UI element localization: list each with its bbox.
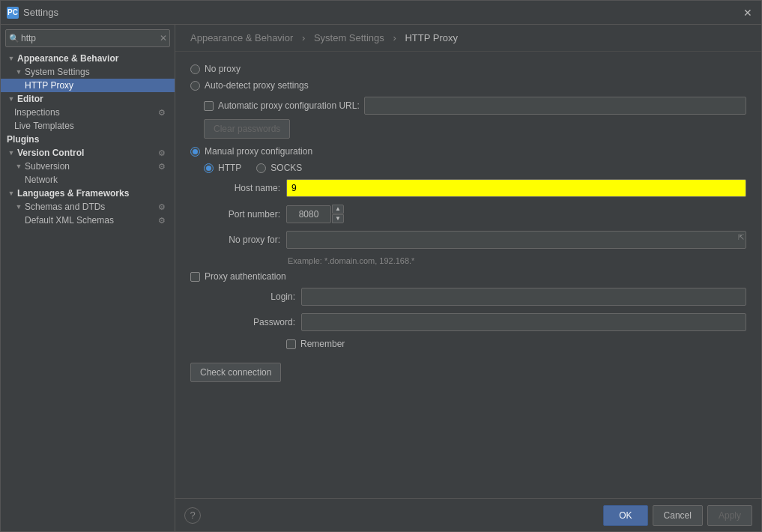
spinner-buttons: ▲ ▼ [332, 205, 344, 223]
sidebar-item-appearance-behavior[interactable]: ▼ Appearance & Behavior [1, 52, 175, 65]
breadcrumb-part-2: System Settings [314, 32, 384, 43]
no-proxy-for-label: No proxy for: [190, 235, 280, 245]
arrow-icon: ▼ [7, 94, 16, 103]
sidebar-item-editor[interactable]: ▼ Editor [1, 92, 175, 106]
check-connection-button[interactable]: Check connection [190, 363, 281, 382]
no-proxy-for-row: No proxy for: ⇱ [190, 231, 746, 249]
sidebar-tree: ▼ Appearance & Behavior ▼ System Setting… [1, 50, 175, 531]
socks-option[interactable]: SOCKS [256, 163, 302, 173]
search-input[interactable] [5, 29, 170, 47]
help-button[interactable]: ? [184, 507, 201, 524]
settings-icon: ⚙ [158, 161, 169, 172]
sidebar-item-label: Live Templates [14, 121, 74, 131]
sidebar-item-languages-frameworks[interactable]: ▼ Languages & Frameworks [1, 187, 175, 200]
app-icon: PC [7, 7, 19, 19]
settings-icon: ⚙ [158, 107, 169, 118]
arrow-icon: ▼ [7, 54, 16, 63]
sidebar-item-label: HTTP Proxy [25, 80, 73, 91]
sidebar-item-label: Inspections [14, 107, 60, 118]
sidebar-item-system-settings[interactable]: ▼ System Settings [1, 65, 175, 79]
host-name-input[interactable] [286, 179, 746, 197]
ok-button[interactable]: OK [603, 505, 647, 526]
search-clear-button[interactable]: ✕ [160, 33, 167, 43]
arrow-icon: ▼ [7, 189, 16, 198]
sidebar-item-label: Schemas and DTDs [25, 202, 105, 212]
auth-fields: Login: Password: Remember [205, 288, 746, 349]
port-decrement-button[interactable]: ▼ [332, 214, 344, 223]
login-label: Login: [205, 291, 295, 302]
manual-proxy-label[interactable]: Manual proxy configuration [205, 146, 312, 157]
remember-label[interactable]: Remember [300, 339, 345, 349]
sidebar-item-label: Default XML Schemas [25, 215, 114, 226]
sidebar-item-network[interactable]: Network [1, 173, 175, 187]
arrow-icon: ▼ [14, 162, 23, 171]
proxy-auth-section: Proxy authentication Login: Password: [190, 271, 746, 349]
clear-passwords-row: Clear passwords [204, 119, 746, 139]
login-input[interactable] [301, 288, 746, 306]
sidebar-item-label: System Settings [25, 67, 90, 77]
sidebar-item-default-xml-schemas[interactable]: Default XML Schemas ⚙ [1, 214, 175, 227]
no-proxy-for-area: ⇱ [286, 231, 746, 249]
proxy-auth-option: Proxy authentication [190, 271, 746, 282]
arrow-icon: ▼ [7, 148, 16, 157]
http-option[interactable]: HTTP [204, 163, 241, 173]
settings-icon: ⚙ [158, 202, 169, 212]
search-icon: 🔍 [9, 34, 19, 43]
http-radio[interactable] [204, 163, 214, 173]
expand-icon[interactable]: ⇱ [738, 233, 744, 241]
manual-proxy-radio[interactable] [190, 147, 200, 157]
proxy-auth-checkbox[interactable] [190, 272, 200, 282]
breadcrumb-current: HTTP Proxy [405, 32, 458, 43]
sidebar-item-subversion[interactable]: ▼ Subversion ⚙ [1, 160, 175, 173]
sidebar-item-label: Languages & Frameworks [17, 188, 129, 199]
auto-config-label[interactable]: Automatic proxy configuration URL: [218, 100, 360, 111]
sidebar-item-http-proxy[interactable]: HTTP Proxy [1, 79, 175, 92]
no-proxy-label[interactable]: No proxy [205, 64, 241, 74]
auto-detect-radio[interactable] [190, 81, 200, 91]
sidebar-item-label: Editor [17, 94, 43, 104]
footer-buttons: OK Cancel Apply [603, 505, 752, 526]
sidebar-item-inspections[interactable]: Inspections ⚙ [1, 106, 175, 119]
search-box: 🔍 ✕ [5, 29, 170, 47]
clear-passwords-button[interactable]: Clear passwords [204, 119, 290, 139]
right-panel: Appearance & Behavior › System Settings … [175, 25, 761, 531]
sidebar-item-schemas-dtds[interactable]: ▼ Schemas and DTDs ⚙ [1, 200, 175, 214]
socks-radio[interactable] [256, 163, 266, 173]
arrow-icon: ▼ [14, 67, 23, 76]
port-input[interactable] [286, 205, 331, 223]
sidebar-item-label: Version Control [17, 148, 84, 158]
port-number-label: Port number: [190, 209, 280, 220]
port-number-row: Port number: ▲ ▼ [190, 205, 746, 223]
close-button[interactable]: ✕ [740, 5, 755, 20]
auto-config-url-input[interactable] [364, 97, 746, 115]
password-input[interactable] [301, 313, 746, 331]
breadcrumb-separator-1: › [302, 32, 308, 43]
host-name-label: Host name: [190, 183, 280, 193]
apply-button[interactable]: Apply [707, 505, 752, 526]
cancel-button[interactable]: Cancel [653, 505, 703, 526]
breadcrumb-separator-2: › [393, 32, 399, 43]
main-content: 🔍 ✕ ▼ Appearance & Behavior ▼ System Set… [1, 25, 761, 531]
no-proxy-option: No proxy [190, 64, 746, 74]
auto-detect-label[interactable]: Auto-detect proxy settings [205, 80, 309, 91]
sidebar-item-live-templates[interactable]: Live Templates [1, 119, 175, 133]
window-title: Settings [23, 7, 740, 18]
no-proxy-radio[interactable] [190, 64, 200, 74]
sidebar-item-version-control[interactable]: ▼ Version Control ⚙ [1, 146, 175, 160]
sidebar: 🔍 ✕ ▼ Appearance & Behavior ▼ System Set… [1, 25, 175, 531]
login-row: Login: [205, 288, 746, 306]
sidebar-item-plugins[interactable]: Plugins [1, 133, 175, 146]
breadcrumb: Appearance & Behavior › System Settings … [175, 25, 761, 52]
auto-config-checkbox[interactable] [204, 101, 214, 111]
http-label[interactable]: HTTP [218, 163, 241, 173]
title-bar: PC Settings ✕ [1, 1, 761, 25]
port-increment-button[interactable]: ▲ [332, 205, 344, 214]
socks-label[interactable]: SOCKS [270, 163, 302, 173]
remember-checkbox[interactable] [286, 339, 296, 349]
auto-detect-option: Auto-detect proxy settings [190, 80, 746, 91]
sidebar-item-label: Appearance & Behavior [17, 53, 118, 64]
auto-config-row: Automatic proxy configuration URL: [204, 97, 746, 115]
arrow-icon: ▼ [14, 202, 23, 211]
settings-icon: ⚙ [158, 215, 169, 226]
proxy-auth-label[interactable]: Proxy authentication [205, 271, 286, 282]
